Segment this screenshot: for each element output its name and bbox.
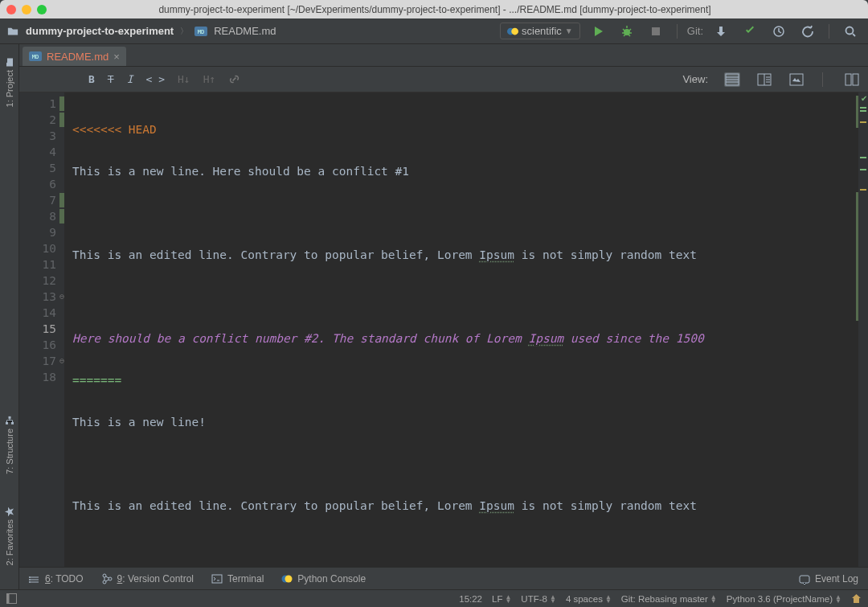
italic-button[interactable]: I [127,73,133,85]
stop-button[interactable] [645,23,667,40]
mac-titlebar: dummy-project-to-experiment [~/DevExperi… [0,0,868,18]
status-line-ending[interactable]: LF▲▼ [492,594,511,604]
svg-point-20 [29,581,31,583]
markdown-file-icon: MD [194,26,207,37]
search-button[interactable] [839,23,862,40]
svg-point-18 [29,576,31,578]
bottom-tab-todo[interactable]: 6: TODO [29,573,84,584]
divider [677,24,678,39]
svg-rect-13 [845,74,851,85]
editor[interactable]: 12345 678910 11121314 15161718 ⊖ ⊖ <<<<<… [19,92,868,567]
markdown-toolbar: B T I < > H↓ H↑ View: [0,67,868,92]
svg-rect-16 [11,422,14,424]
svg-rect-24 [212,575,222,583]
close-tab-icon[interactable]: × [113,51,120,63]
vcs-history-button[interactable] [768,23,790,40]
svg-rect-27 [800,576,809,583]
conflict-head-marker: <<<<<<< HEAD [72,123,157,136]
change-markers: ⊖ ⊖ [53,96,64,369]
star-icon [5,507,14,516]
svg-text:MD: MD [198,29,204,35]
bottom-tab-vcs[interactable]: 9: Version Control [101,573,194,584]
breadcrumb-project[interactable]: dummy-project-to-experiment [26,25,174,37]
git-label: Git: [687,25,703,37]
svg-point-26 [285,575,293,582]
vcs-update-button[interactable] [710,23,732,40]
strikethrough-button[interactable]: T [108,73,114,85]
view-layout-button[interactable] [844,72,860,87]
status-indexing-icon[interactable] [851,593,862,604]
line-number-gutter: 12345 678910 11121314 15161718 ⊖ ⊖ [19,92,64,567]
vcs-revert-button[interactable] [796,23,819,40]
folder-icon [5,57,14,67]
bottom-tab-terminal[interactable]: Terminal [211,573,264,584]
link-button[interactable] [228,73,240,85]
bold-button[interactable]: B [88,73,95,85]
tab-label: README.md [47,51,108,63]
vcs-commit-button[interactable] [739,23,761,40]
structure-icon [5,416,14,425]
tool-window-stripe-bottom: 6: TODO 9: Version Control Terminal Pyth… [19,567,868,589]
sidebar-tab-project[interactable]: 1: Project [3,52,16,112]
header-up-button[interactable]: H↑ [203,73,216,85]
bottom-tab-python-console[interactable]: Python Console [281,573,366,584]
view-label: View: [682,73,708,85]
status-interpreter[interactable]: Python 3.6 (ProjectName)▲▼ [727,594,841,604]
status-git[interactable]: Git: Rebasing master▲▼ [621,594,717,604]
divider [822,72,823,87]
tool-windows-toggle[interactable] [6,593,17,604]
svg-rect-29 [7,594,10,604]
svg-point-7 [846,27,854,34]
svg-point-19 [29,579,31,580]
svg-rect-12 [790,74,803,85]
svg-rect-17 [8,416,10,419]
view-split-button[interactable] [756,72,772,87]
breadcrumb-file[interactable]: README.md [214,25,276,37]
view-editor-button[interactable] [724,72,740,87]
svg-rect-15 [6,422,8,424]
breadcrumb-sep-icon: 〉 [180,26,188,37]
tool-window-stripe-left: 1: Project 7: Structure 2: Favorites [0,44,19,589]
view-preview-button[interactable] [788,72,805,87]
editor-tab-readme[interactable]: MD README.md × [23,47,126,66]
analysis-ok-icon: ✔ [861,94,867,103]
status-indent[interactable]: 4 spaces▲▼ [566,594,612,604]
status-encoding[interactable]: UTF-8▲▼ [521,594,556,604]
chevron-down-icon: ▼ [565,27,573,35]
svg-text:MD: MD [32,54,39,60]
run-config-label: scientific [522,25,562,37]
header-down-button[interactable]: H↓ [178,73,190,85]
status-bar: 15:22 LF▲▼ UTF-8▲▼ 4 spaces▲▼ Git: Rebas… [0,589,868,607]
svg-point-3 [511,27,518,35]
code-area[interactable]: <<<<<<< HEAD This is a new line. Here sh… [64,92,868,567]
folder-icon [6,26,19,37]
run-config-selector[interactable]: scientific ▼ [500,23,580,39]
debug-button[interactable] [616,23,638,40]
divider [829,24,829,39]
bottom-tab-event-log[interactable]: Event Log [799,573,858,584]
run-button[interactable] [587,23,609,40]
code-button[interactable]: < > [145,73,164,85]
sidebar-tab-favorites[interactable]: 2: Favorites [3,502,16,570]
error-stripe[interactable]: ✔ [858,92,868,567]
conflict-separator-marker: ======= [72,374,121,387]
markdown-file-icon: MD [29,51,42,61]
window-title: dummy-project-to-experiment [~/DevExperi… [8,4,862,15]
main-toolbar: dummy-project-to-experiment 〉 MD README.… [0,18,868,44]
svg-rect-14 [853,74,858,85]
editor-tabs: MD README.md × [0,44,868,67]
svg-rect-5 [652,27,660,35]
sidebar-tab-structure[interactable]: 7: Structure [3,411,16,479]
status-cursor-pos[interactable]: 15:22 [459,594,482,604]
